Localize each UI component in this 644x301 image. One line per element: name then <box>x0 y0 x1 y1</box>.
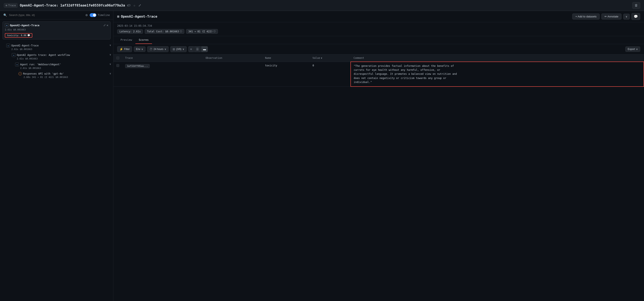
right-panel: ⊞ OpenAI-Agent-Trace + Add to datasets ✏… <box>114 11 644 301</box>
tokens-info-icon[interactable]: ⓘ <box>213 30 216 33</box>
scores-toolbar: ⚡ Filter Env ∨ ⏱ 24 hours ∨ ⊞ (3/9) ∨ ≡ … <box>114 44 644 54</box>
child-traces: ↔ OpenAI-Agent-Trace 2.61s $0.001663 ∨ ↔… <box>0 42 113 82</box>
export-dropdown-button[interactable]: Export ∨ <box>625 46 640 52</box>
child-item-left-0: ↔ OpenAI-Agent-Trace 2.61s $0.001663 <box>6 44 39 50</box>
child-meta-0: 2.61s $0.001663 <box>6 48 39 50</box>
child-title-3: Responses API with 'gpt-4o' <box>23 72 64 75</box>
star-icon[interactable]: ☆ <box>133 3 136 7</box>
share-icon[interactable]: ⤢ <box>138 3 141 7</box>
page-title: OpenAI-Agent-Trace: 1af32dff85aae1fe0559… <box>20 3 125 7</box>
expand-icon[interactable]: ⤢ <box>103 24 106 27</box>
tokens-label: 341 → 81 (Σ 422) <box>188 30 213 33</box>
child-meta-2: 2.61s $0.001663 <box>15 67 61 70</box>
columns-icon: ⊞ <box>172 48 175 51</box>
export-label: Export <box>628 48 635 50</box>
tab-preview[interactable]: Preview <box>117 36 136 44</box>
cost-label: Total Cost: $0.001663 <box>147 30 179 33</box>
trace-badges: Latency: 2.61s Total Cost: $0.001663 ⓘ 3… <box>117 29 640 34</box>
child-expand-0[interactable]: ∨ <box>110 44 111 47</box>
cost-badge: Total Cost: $0.001663 ⓘ <box>145 29 184 34</box>
list-item[interactable]: ↔ OpenAI Agents trace: Agent workflow 2.… <box>8 52 113 61</box>
top-bar-left: ⊞ Trace OpenAI-Agent-Trace: 1af32dff85aa… <box>4 3 141 8</box>
score-name: toxicity <box>265 64 277 67</box>
layout-btn-compact[interactable]: ☰ <box>194 46 201 52</box>
list-item[interactable]: ↔ OpenAI-Agent-Trace 2.61s $0.001663 ∨ <box>4 42 113 52</box>
child-expand-1[interactable]: ∨ <box>110 53 111 56</box>
th-name: Name <box>262 54 310 62</box>
tokens-badge: 341 → 81 (Σ 422) ⓘ <box>186 29 218 34</box>
comment-icon: 💬 <box>27 34 30 37</box>
toxicity-badge[interactable]: toxicity: 0.00 💬 <box>5 33 32 38</box>
filter-button[interactable]: ⚡ Filter <box>117 46 132 52</box>
filter-label: Filter <box>124 48 130 50</box>
columns-dropdown-button[interactable]: ⊞ (3/9) ∨ <box>170 46 187 52</box>
tab-scores[interactable]: Scores <box>136 36 152 44</box>
th-value-label: Value <box>312 56 320 60</box>
td-observation <box>203 62 262 86</box>
table-header-row: Trace Observation Name Value ▼ Comment <box>114 54 644 62</box>
td-checkbox <box>114 62 122 86</box>
header-checkbox[interactable] <box>116 56 119 60</box>
env-dropdown-button[interactable]: Env ∨ <box>134 46 146 52</box>
chevron-down-icon-2: ∨ <box>164 48 166 50</box>
sort-icon[interactable]: ▼ <box>321 57 322 59</box>
trace-icon: ↔ <box>5 23 8 27</box>
timeline-toggle-switch[interactable] <box>90 13 96 17</box>
child-trace-icon-0: ↔ <box>6 44 10 48</box>
td-value: 0 <box>310 62 350 86</box>
main-layout: 🔍 ⚙ Timeline ↔ OpenAI-Agent-Trace ⤢ ✕ <box>0 11 644 301</box>
annotate-dropdown-button[interactable]: ∨ <box>623 14 630 20</box>
top-bar-icons: 🏷 ☆ ⤢ <box>127 3 141 7</box>
filter-icon: ⚡ <box>120 48 123 51</box>
panel-icon: ⊞ <box>117 14 119 18</box>
root-trace-title: OpenAI-Agent-Trace <box>10 24 40 27</box>
trace-timestamp: 2025-03-14 15:05:34.734 <box>117 24 640 27</box>
env-label: Env <box>136 48 140 50</box>
row-checkbox[interactable] <box>116 64 119 67</box>
delete-button[interactable]: 🗑 <box>632 2 640 9</box>
top-bar-right: 🗑 <box>632 2 640 9</box>
timeline-label: Timeline <box>98 14 110 16</box>
child-trace-icon-2: ↔ <box>15 62 19 66</box>
scores-data-table: Trace Observation Name Value ▼ Comment <box>114 54 644 87</box>
td-trace: 1af32dff85aa... <box>122 62 203 86</box>
child-item-title-1: ↔ OpenAI Agents trace: Agent workflow <box>12 53 70 57</box>
root-trace-meta: 2.61s $0.001663 <box>3 28 110 32</box>
columns-label: (3/9) <box>176 48 182 50</box>
child-item-left-3: + Responses API with 'gpt-4o' 2.60s 341 … <box>18 72 68 78</box>
trace-item-title: ↔ OpenAI-Agent-Trace <box>5 23 40 27</box>
layout-btn-dense[interactable]: ▬ <box>201 46 208 52</box>
layout-btn-list[interactable]: ≡ <box>188 46 194 52</box>
td-comment: "The generation provides factual informa… <box>351 62 644 86</box>
chat-button[interactable]: 💬 <box>632 13 640 20</box>
cost-info-icon[interactable]: ⓘ <box>180 30 182 33</box>
comment-text: "The generation provides factual informa… <box>354 64 459 84</box>
child-title-2: Agent run: 'WebSearchAgent' <box>20 63 61 66</box>
add-to-datasets-button[interactable]: + Add to datasets <box>572 14 600 20</box>
close-icon[interactable]: ✕ <box>107 24 108 27</box>
tabs-bar: Preview Scores <box>114 36 644 44</box>
panel-title-text: OpenAI-Agent-Trace <box>121 14 157 18</box>
list-item[interactable]: ↔ Agent run: 'WebSearchAgent' 2.61s $0.0… <box>11 61 113 71</box>
child-title-1: OpenAI Agents trace: Agent workflow <box>17 54 70 56</box>
filter-icon[interactable]: ⚙ <box>86 13 88 17</box>
list-item[interactable]: + Responses API with 'gpt-4o' 2.60s 341 … <box>14 71 113 80</box>
right-panel-title: ⊞ OpenAI-Agent-Trace <box>117 14 157 18</box>
child-expand-2[interactable]: ∨ <box>110 62 111 66</box>
annotate-button[interactable]: ✏ Annotate <box>601 14 622 20</box>
chevron-down-icon-4: ∨ <box>636 48 638 50</box>
child-meta-1: 2.61s $0.001663 <box>12 57 70 60</box>
search-input[interactable] <box>9 14 45 16</box>
child-trace-icon-1: ↔ <box>12 53 16 57</box>
sidebar-toolbar: 🔍 ⚙ Timeline <box>0 11 113 19</box>
expand-icons: ⤢ ✕ <box>103 24 108 27</box>
root-trace-item[interactable]: ↔ OpenAI-Agent-Trace ⤢ ✕ 2.61s $0.001663… <box>2 22 111 40</box>
tag-icon[interactable]: 🏷 <box>127 3 130 7</box>
timeline-toggle: Timeline <box>90 13 110 17</box>
time-dropdown-button[interactable]: ⏱ 24 hours ∨ <box>147 46 168 52</box>
td-name: toxicity <box>262 62 310 86</box>
child-expand-3[interactable]: ∨ <box>110 72 111 75</box>
latency-badge: Latency: 2.61s <box>117 29 143 34</box>
search-icon: 🔍 <box>3 14 7 17</box>
th-value: Value ▼ <box>310 54 350 62</box>
